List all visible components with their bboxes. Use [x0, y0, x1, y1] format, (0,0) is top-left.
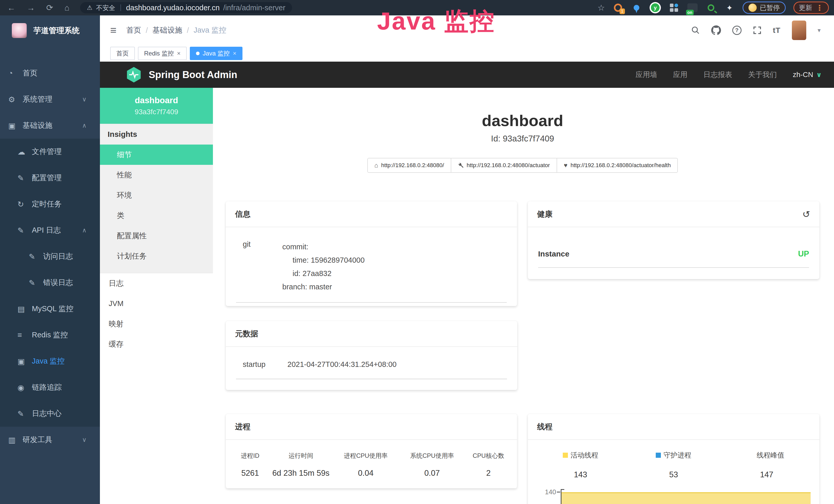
endpoint-buttons: ⌂ http://192.168.0.2:48080/ http://192.1… — [226, 158, 819, 173]
sba-nav-item[interactable]: 关于我们 — [748, 70, 777, 79]
sidebar-item-label: 文件管理 — [32, 146, 62, 157]
metadata-row-value: 2021-04-27T00:44:31.254+08:00 — [287, 360, 397, 369]
sba-nav-item[interactable]: 应用 — [673, 70, 687, 79]
card-title: 健康 — [537, 209, 552, 220]
sidebar-item[interactable]: ☁ 文件管理 — [0, 139, 100, 165]
sba-logo-icon — [126, 67, 142, 83]
locale-label: zh-CN — [793, 71, 813, 79]
url-host[interactable]: dashboard.yudao.iocoder.cn — [126, 4, 220, 12]
process-metric: 进程CPU使用率 0.04 — [332, 452, 400, 478]
brand-title: 芋道管理系统 — [34, 25, 80, 36]
forward-icon[interactable]: → — [27, 4, 35, 12]
process-metric-value: 2 — [464, 468, 512, 478]
extension-search-icon[interactable] — [706, 2, 716, 13]
extension-grid-icon[interactable] — [668, 2, 679, 13]
sba-brand[interactable]: Spring Boot Admin — [126, 67, 237, 83]
fullscreen-icon[interactable] — [753, 26, 762, 35]
sidebar-item[interactable]: ▥ 研发工具 ∨ — [0, 427, 100, 453]
extension-pin-icon[interactable] — [631, 2, 642, 13]
sba-app-header[interactable]: dashboard 93a3fc7f7409 — [100, 88, 213, 124]
sba-sidebar-item[interactable]: 映射 — [100, 314, 213, 334]
sba-nav-item[interactable]: 应用墙 — [636, 70, 657, 79]
sidebar-item[interactable]: ◉ 链路追踪 — [0, 374, 100, 400]
help-icon[interactable]: ? — [732, 26, 742, 35]
sidebar-item[interactable]: ▣ Java 监控 — [0, 348, 100, 374]
green-magnifier-icon — [708, 4, 714, 11]
sidebar-item[interactable]: ↻ 定时任务 — [0, 191, 100, 217]
back-icon[interactable]: ← — [7, 4, 16, 12]
sba-nav-item[interactable]: 日志报表 — [704, 70, 732, 79]
sba-sidebar-item[interactable]: 缓存 — [100, 334, 213, 354]
search-icon[interactable] — [691, 26, 700, 35]
font-size-icon[interactable]: tT — [773, 26, 781, 35]
sidebar-menu: ◔ 首页 ⚙ 系统管理 ∨ ▣ 基础设施 ∧ — [0, 46, 100, 504]
edit-icon: ✎ — [18, 174, 32, 183]
actuator-url-button[interactable]: http://192.168.0.2:48080/actuator — [451, 158, 557, 173]
extension-dark-icon[interactable]: on — [687, 2, 698, 13]
sba-sidebar-item[interactable]: 环境 — [100, 185, 213, 205]
gauge-icon: ◔ — [8, 69, 23, 77]
page-tab[interactable]: 首页 × — [110, 47, 135, 60]
sba-sidebar-item[interactable]: 配置属性 — [100, 226, 213, 246]
sba-sidebar-item[interactable]: 计划任务 — [100, 246, 213, 266]
extension-orange-icon[interactable]: 1 — [613, 2, 623, 13]
page-tab[interactable]: Java 监控 × — [190, 47, 242, 60]
sidebar-item[interactable]: ✎ 访问日志 — [0, 244, 100, 270]
sidebar-item-label: 日志中心 — [32, 409, 62, 419]
sidebar-item[interactable]: ✎ API 日志 ∧ — [0, 217, 100, 244]
breadcrumb-infra[interactable]: 基础设施 — [153, 25, 182, 36]
sidebar-item[interactable]: ✎ 配置管理 — [0, 165, 100, 191]
user-avatar[interactable] — [792, 21, 806, 40]
hamburger-icon[interactable]: ≡ — [110, 24, 117, 37]
card-title: 元数据 — [235, 329, 258, 339]
paused-label: 已暂停 — [760, 3, 780, 12]
url-path[interactable]: /infra/admin-server — [223, 4, 285, 12]
sba-sidebar-item[interactable]: 日志 — [100, 273, 213, 294]
sba-sidebar-item[interactable]: 性能 — [100, 165, 213, 185]
sba-item-label: 细节 — [117, 150, 132, 160]
chevron-down-icon[interactable]: ▾ — [817, 27, 821, 34]
sidebar-item[interactable]: ✎ 错误日志 — [0, 270, 100, 296]
page-tab[interactable]: Redis 监控 × — [138, 47, 187, 60]
sidebar-item[interactable]: ▣ 基础设施 ∧ — [0, 112, 100, 139]
sidebar-item[interactable]: ▤ MySQL 监控 — [0, 296, 100, 322]
update-button[interactable]: 更新 ⋮ — [793, 2, 829, 14]
sba-sidebar-item[interactable]: 类 — [100, 205, 213, 226]
breadcrumb-home[interactable]: 首页 — [126, 25, 141, 36]
close-icon[interactable]: × — [177, 50, 180, 57]
history-icon[interactable]: ↺ — [803, 210, 810, 219]
gear-icon: ⚙ — [8, 95, 23, 104]
process-metric-label: 进程CPU使用率 — [332, 452, 400, 460]
extension-green-icon[interactable]: y — [650, 2, 661, 13]
brand-logo — [12, 23, 27, 38]
insights-group-label: Insights — [100, 124, 213, 144]
process-metric-value: 5261 — [231, 468, 270, 478]
bookmark-star-icon[interactable]: ☆ — [597, 3, 605, 13]
screen: ← → ⟳ ⌂ ⚠ 不安全 dashboard.yudao.iocoder.cn… — [0, 0, 834, 504]
sidebar-item[interactable]: ✎ 日志中心 — [0, 400, 100, 427]
sba-content: dashboard Id: 93a3fc7f7409 ⌂ http://192.… — [213, 88, 834, 504]
security-label[interactable]: 不安全 — [96, 4, 115, 12]
menu-dots-icon[interactable]: ⋮ — [816, 3, 824, 12]
health-url-button[interactable]: ♥ http://192.168.0.2:48080/actuator/heal… — [556, 158, 678, 173]
locale-selector[interactable]: zh-CN ∨ — [793, 71, 822, 79]
legend-value: 147 — [720, 470, 813, 479]
sidebar-item[interactable]: ⚙ 系统管理 ∨ — [0, 86, 100, 112]
address-bar[interactable]: ⚠ 不安全 dashboard.yudao.iocoder.cn/infra/a… — [80, 2, 292, 13]
extensions-puzzle-icon[interactable]: ✦ — [724, 2, 735, 13]
profile-paused-chip[interactable]: 已暂停 — [743, 2, 786, 14]
sidebar-item[interactable]: ◔ 首页 — [0, 60, 100, 86]
service-url-button[interactable]: ⌂ http://192.168.0.2:48080/ — [367, 158, 451, 173]
close-icon[interactable]: × — [233, 50, 236, 57]
y-axis-tick: 120 — [534, 503, 556, 504]
sidebar-item[interactable]: ≡ Redis 监控 — [0, 322, 100, 348]
home-icon[interactable]: ⌂ — [64, 4, 69, 12]
sba-sidebar-item[interactable]: 细节 — [100, 144, 213, 165]
reload-icon[interactable]: ⟳ — [46, 4, 53, 12]
sba-root-items: 日志 JVM 映射 缓存 — [100, 273, 213, 354]
health-row-label: Instance — [538, 250, 569, 258]
up-icon: ∧ — [82, 227, 87, 234]
sba-sidebar-item[interactable]: JVM — [100, 294, 213, 314]
github-icon[interactable] — [711, 25, 721, 35]
sidebar-item-label: 链路追踪 — [32, 382, 62, 393]
